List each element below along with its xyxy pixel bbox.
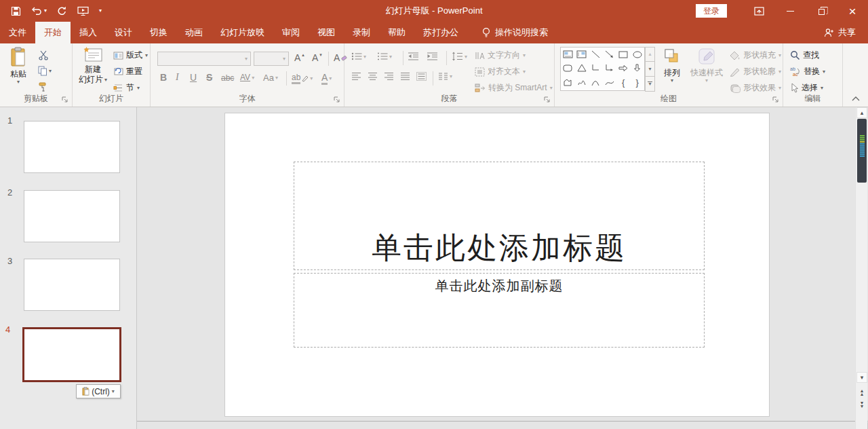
change-case-button[interactable]: Aa▾ [263, 73, 278, 83]
undo-button[interactable]: ▾ [31, 6, 47, 16]
minimize-button[interactable] [774, 0, 806, 22]
font-size-combo[interactable]: ▾ [254, 52, 289, 66]
line-arrow-icon[interactable] [603, 48, 617, 61]
vertical-scrollbar[interactable]: ▴ ▾ ▴▴ ▾▾ [855, 107, 867, 429]
quick-styles-button[interactable]: 快速样式 ▾ [688, 48, 726, 98]
scribble-icon[interactable] [575, 75, 589, 90]
customize-qat-button[interactable]: ▾ [99, 8, 102, 14]
shrink-font-button[interactable]: A▾ [312, 52, 322, 63]
align-right-button[interactable] [384, 72, 394, 81]
freeform-icon[interactable] [561, 75, 575, 90]
scroll-up-button[interactable]: ▴ [856, 107, 867, 118]
horizontal-textbox-icon[interactable] [561, 48, 575, 61]
slide-3-thumbnail[interactable] [24, 259, 120, 311]
down-arrow-icon[interactable] [631, 61, 645, 75]
tab-transitions[interactable]: 切换 [141, 22, 176, 43]
triangle-icon[interactable] [575, 61, 589, 75]
tab-help[interactable]: 帮助 [379, 22, 414, 43]
font-dialog-launcher[interactable] [334, 96, 340, 103]
underline-button[interactable]: U [190, 72, 197, 83]
tab-view[interactable]: 视图 [309, 22, 344, 43]
align-left-button[interactable] [351, 72, 361, 81]
highlight-color-button[interactable]: ab▾ [292, 73, 313, 84]
rounded-rectangle-icon[interactable] [561, 61, 575, 75]
shape-effects-button[interactable]: 形状效果 ▾ [730, 82, 781, 94]
justify-button[interactable] [400, 72, 410, 81]
text-shadow-button[interactable]: S [206, 72, 212, 83]
share-button[interactable]: 共享 [824, 22, 868, 43]
arc-icon[interactable] [589, 75, 603, 90]
scrollbar-thumb[interactable] [857, 119, 867, 183]
start-slideshow-button[interactable] [77, 6, 89, 16]
line-spacing-button[interactable]: ▾ [452, 52, 467, 61]
shape-gallery-down-button[interactable]: ▾ [645, 62, 655, 77]
distribute-button[interactable] [416, 72, 427, 81]
undo-dropdown-icon[interactable]: ▾ [44, 8, 47, 14]
align-center-button[interactable] [368, 72, 378, 81]
previous-slide-button[interactable]: ▴▴ [856, 387, 868, 397]
select-button[interactable]: 选择 ▾ [790, 82, 823, 94]
subtitle-placeholder[interactable]: 单击此处添加副标题 [294, 273, 705, 348]
login-button[interactable]: 登录 [696, 4, 727, 18]
cut-button[interactable] [38, 50, 49, 60]
left-brace-icon[interactable]: { [616, 75, 631, 90]
convert-to-smartart-button[interactable]: 转换为 SmartArt ▾ [475, 82, 553, 94]
drawing-dialog-launcher[interactable] [772, 96, 779, 103]
tab-slideshow[interactable]: 幻灯片放映 [212, 22, 273, 43]
arrange-button[interactable]: 排列 ▾ [659, 48, 685, 98]
strikethrough-button[interactable]: abc [221, 73, 234, 83]
columns-button[interactable]: ▾ [438, 72, 452, 81]
right-brace-icon[interactable]: } [631, 75, 645, 90]
paste-button[interactable]: 粘贴 ▾ [4, 47, 33, 98]
format-painter-button[interactable] [38, 82, 48, 92]
bullets-button[interactable]: ▾ [351, 52, 366, 61]
align-text-button[interactable]: 对齐文本 ▾ [475, 66, 526, 77]
section-button[interactable]: 节 ▾ [113, 82, 140, 94]
grow-font-button[interactable]: A▴ [294, 52, 304, 63]
line-icon[interactable] [589, 48, 603, 61]
tab-record[interactable]: 录制 [344, 22, 379, 43]
character-spacing-button[interactable]: AV▾ [240, 73, 254, 82]
paragraph-dialog-launcher[interactable] [544, 96, 551, 103]
shape-gallery-more-button[interactable]: ▾ [645, 77, 655, 92]
decrease-indent-button[interactable] [408, 52, 419, 61]
tab-soda-office[interactable]: 苏打办公 [414, 22, 467, 43]
find-button[interactable]: 查找 [790, 50, 819, 61]
redo-button[interactable] [57, 6, 67, 16]
shape-fill-button[interactable]: 形状填充 ▾ [730, 50, 781, 61]
slide-1-thumbnail[interactable] [24, 121, 120, 173]
slide-editing-area[interactable]: 单击此处添加标题 单击此处添加副标题 [224, 113, 770, 417]
slide-4-thumbnail-selected[interactable] [22, 327, 121, 382]
tab-design[interactable]: 设计 [106, 22, 141, 43]
tab-insert[interactable]: 插入 [71, 22, 106, 43]
rectangle-icon[interactable] [616, 48, 631, 61]
new-slide-button[interactable]: 新建 幻灯片▾ [76, 47, 110, 98]
copy-button[interactable]: ▾ [38, 66, 52, 76]
shape-gallery-up-button[interactable]: ▴ [645, 47, 655, 62]
collapse-ribbon-button[interactable] [852, 96, 860, 101]
replace-button[interactable]: abac 替换 ▾ [790, 66, 825, 77]
close-button[interactable]: × [837, 0, 868, 22]
title-placeholder[interactable]: 单击此处添加标题 [294, 162, 705, 270]
paste-options-button[interactable]: (Ctrl) ▾ [76, 384, 121, 398]
tab-review[interactable]: 审阅 [273, 22, 309, 43]
tab-animations[interactable]: 动画 [176, 22, 212, 43]
restore-button[interactable] [806, 0, 837, 22]
save-button[interactable] [11, 6, 21, 16]
layout-button[interactable]: 版式 ▾ [113, 50, 148, 61]
slide-2-thumbnail[interactable] [24, 190, 120, 242]
elbow-arrow-connector-icon[interactable] [603, 61, 617, 75]
right-arrow-icon[interactable] [616, 61, 631, 75]
vertical-textbox-icon[interactable] [575, 48, 589, 61]
numbering-button[interactable]: ▾ [377, 52, 392, 61]
italic-button[interactable]: I [176, 72, 179, 83]
shape-outline-button[interactable]: 形状轮廓 ▾ [730, 66, 781, 77]
font-color-button[interactable]: A▾ [321, 72, 332, 85]
curve-icon[interactable] [603, 75, 617, 90]
elbow-connector-icon[interactable] [589, 61, 603, 75]
scroll-down-button[interactable]: ▾ [856, 372, 867, 383]
ribbon-display-options-button[interactable] [743, 0, 774, 22]
bold-button[interactable]: B [160, 72, 167, 83]
reset-button[interactable]: 重置 [113, 66, 142, 77]
text-direction-button[interactable]: 文字方向 ▾ [475, 50, 526, 61]
